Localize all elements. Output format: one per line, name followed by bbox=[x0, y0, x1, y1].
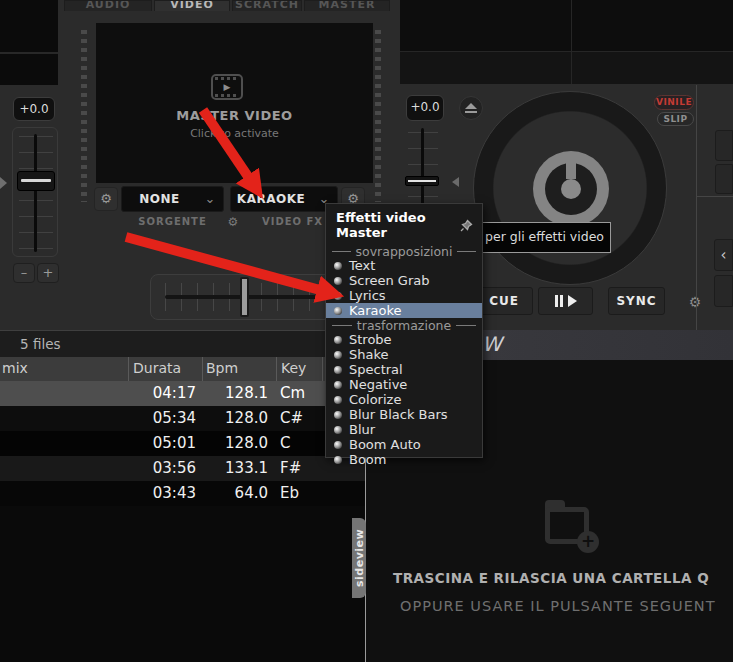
slip-badge[interactable]: SLIP bbox=[657, 112, 694, 126]
menu-item-karaoke[interactable]: Karaoke bbox=[326, 303, 482, 318]
column-header-durata[interactable]: Durata bbox=[128, 357, 202, 381]
bullet-icon bbox=[334, 277, 342, 285]
left-edge-marker-icon bbox=[0, 177, 7, 189]
menu-item-negative[interactable]: Negative bbox=[326, 377, 482, 392]
table-row[interactable]: 03:4364.0Eb bbox=[0, 481, 365, 506]
jog-wheel[interactable] bbox=[473, 91, 667, 285]
right-pitch-display: +0.0 bbox=[406, 95, 444, 121]
waveform-display bbox=[400, 0, 733, 84]
bullet-icon bbox=[334, 366, 342, 374]
cue-button[interactable]: CUE bbox=[475, 287, 533, 315]
menu-item-blur-black-bars[interactable]: Blur Black Bars bbox=[326, 407, 482, 422]
tab-master[interactable]: MASTER bbox=[304, 0, 390, 11]
table-row[interactable]: 05:01128.0C bbox=[0, 431, 365, 456]
gear-icon[interactable]: ⚙ bbox=[687, 294, 703, 310]
bullet-icon bbox=[334, 426, 342, 434]
tab-scratch[interactable]: SCRATCH bbox=[232, 0, 302, 11]
menu-item-colorize[interactable]: Colorize bbox=[326, 392, 482, 407]
left-deck-display bbox=[0, 0, 58, 85]
video-film-icon: ▶ bbox=[211, 74, 243, 100]
bullet-icon bbox=[334, 262, 342, 270]
folder-add-icon: + bbox=[545, 500, 599, 552]
divider bbox=[697, 196, 733, 197]
source-settings-button[interactable]: ⚙ bbox=[94, 187, 118, 211]
bullet-icon bbox=[334, 351, 342, 359]
filmstrip-left-decoration bbox=[81, 30, 87, 202]
column-header-bpm[interactable]: Bpm bbox=[202, 357, 276, 381]
pitch-marker-icon bbox=[452, 177, 459, 187]
right-pitch-handle[interactable] bbox=[405, 176, 439, 186]
source-dropdown-value: NONE bbox=[122, 192, 197, 206]
play-icon bbox=[568, 295, 577, 307]
app-window: +0.0 – + AUDIO VIDEO SCRATCH MASTER ▶ MA… bbox=[0, 0, 733, 662]
table-row[interactable]: 03:56133.1F# bbox=[0, 456, 365, 481]
bullet-icon bbox=[334, 292, 342, 300]
chevron-left-icon: ‹ bbox=[721, 246, 727, 264]
table-row[interactable]: 05:34128.0C# bbox=[0, 406, 365, 431]
eject-button[interactable] bbox=[459, 96, 483, 120]
menu-item-spectral[interactable]: Spectral bbox=[326, 362, 482, 377]
bullet-icon bbox=[334, 307, 342, 315]
fx-dropdown-value: KARAOKE bbox=[231, 192, 311, 206]
bullet-icon bbox=[334, 381, 342, 389]
column-header-key[interactable]: Key bbox=[276, 357, 322, 381]
bullet-icon bbox=[334, 411, 342, 419]
slider-track bbox=[34, 134, 37, 252]
menu-section-separator: sovrapposizioni bbox=[326, 244, 482, 258]
menu-item-boom-auto[interactable]: Boom Auto bbox=[326, 437, 482, 452]
chevron-down-icon[interactable]: ⌄ bbox=[197, 194, 223, 204]
preview-subtitle: Click to activate bbox=[96, 127, 373, 140]
menu-item-shake[interactable]: Shake bbox=[326, 347, 482, 362]
fx-menu-title: Effetti video Master bbox=[336, 210, 460, 240]
pause-icon bbox=[555, 295, 558, 307]
drop-zone-subtitle: OPPURE USARE IL PULSANTE SEGUENT bbox=[400, 598, 716, 614]
play-icon: ▶ bbox=[213, 82, 241, 92]
source-label: SORGENTE bbox=[121, 216, 224, 227]
menu-section-separator: trasformazione bbox=[326, 318, 482, 332]
menu-item-text[interactable]: Text bbox=[326, 258, 482, 273]
master-video-preview[interactable]: ▶ MASTER VIDEO Click to activate bbox=[96, 23, 373, 183]
divider bbox=[696, 85, 697, 330]
bullet-icon bbox=[334, 441, 342, 449]
table-header: mix Durata Bpm Key bbox=[0, 357, 365, 381]
gear-icon: ⚙ bbox=[100, 191, 112, 206]
bullet-icon bbox=[334, 456, 342, 464]
video-fx-dropdown[interactable]: KARAOKE ⌄ bbox=[230, 186, 338, 212]
video-transition-slider[interactable] bbox=[150, 274, 340, 320]
fx-menu-header: Effetti video Master bbox=[326, 204, 482, 244]
sideview-tab[interactable]: sideview bbox=[352, 518, 366, 598]
vinile-badge[interactable]: VINILE bbox=[654, 95, 694, 110]
bullet-icon bbox=[334, 336, 342, 344]
file-count-bar: 5 files bbox=[0, 330, 365, 357]
plus-icon: + bbox=[577, 531, 599, 553]
right-edge-button[interactable] bbox=[714, 275, 733, 307]
tab-video[interactable]: VIDEO bbox=[154, 0, 230, 11]
menu-item-blur[interactable]: Blur bbox=[326, 422, 482, 437]
divider bbox=[0, 52, 58, 54]
pitch-minus-button[interactable]: – bbox=[13, 263, 35, 283]
menu-item-lyrics[interactable]: Lyrics bbox=[326, 288, 482, 303]
video-source-dropdown[interactable]: NONE ⌄ bbox=[121, 186, 224, 212]
gear-icon[interactable]: ⚙ bbox=[225, 215, 241, 229]
right-edge-button[interactable] bbox=[715, 130, 733, 161]
slider-handle[interactable] bbox=[17, 171, 55, 191]
table-row[interactable]: 04:17128.1Cm bbox=[0, 381, 365, 406]
column-header-mix[interactable]: mix bbox=[0, 357, 128, 381]
right-edge-button[interactable] bbox=[715, 164, 733, 194]
file-list-panel: 5 files mix Durata Bpm Key 04:17128.1Cm … bbox=[0, 330, 365, 662]
collapse-panel-button[interactable]: ‹ bbox=[714, 239, 733, 271]
filmstrip-right-decoration bbox=[375, 30, 381, 202]
menu-item-boom[interactable]: Boom bbox=[326, 452, 482, 467]
menu-item-strobe[interactable]: Strobe bbox=[326, 332, 482, 347]
left-pitch-slider[interactable] bbox=[12, 127, 58, 257]
play-pause-button[interactable] bbox=[538, 287, 593, 315]
eject-icon bbox=[465, 103, 477, 109]
drop-zone-title: TRASCINA E RILASCIA UNA CARTELLA Q bbox=[393, 570, 709, 586]
preview-title: MASTER VIDEO bbox=[96, 108, 373, 123]
sync-button[interactable]: SYNC bbox=[608, 287, 665, 315]
tab-audio[interactable]: AUDIO bbox=[64, 0, 152, 11]
pin-icon[interactable] bbox=[460, 219, 473, 232]
menu-item-screen-grab[interactable]: Screen Grab bbox=[326, 273, 482, 288]
pitch-plus-button[interactable]: + bbox=[37, 263, 59, 283]
slider-handle[interactable] bbox=[240, 277, 249, 317]
